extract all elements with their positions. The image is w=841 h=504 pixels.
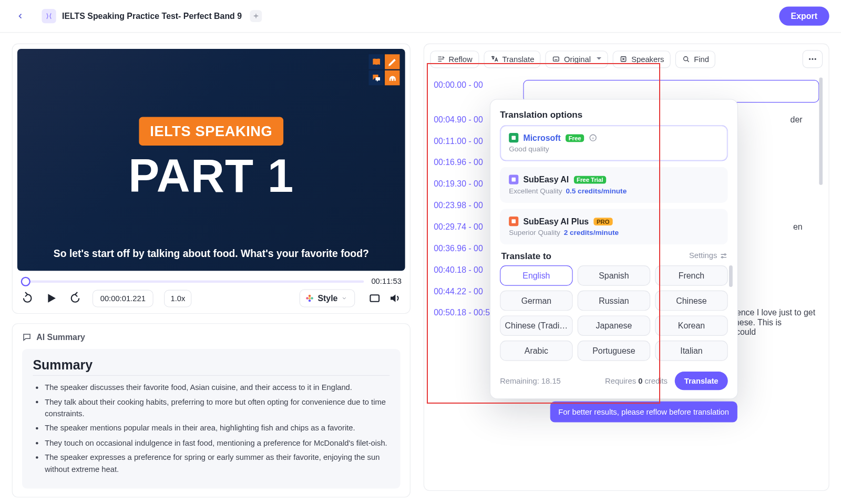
find-button[interactable]: Find	[675, 50, 715, 68]
svg-point-10	[809, 58, 811, 60]
language-chip[interactable]: French	[655, 265, 727, 286]
svg-point-11	[812, 58, 813, 60]
provider-option[interactable]: SubEasy AI PlusPROSuperior Quality2 cred…	[500, 209, 728, 244]
style-icon	[304, 293, 314, 303]
requires-credits: Requires 0 credits	[605, 376, 668, 385]
reflow-tip: For better results, please reflow before…	[550, 402, 737, 423]
video-duration: 00:11:53	[371, 277, 401, 286]
video-card: IELTS SPEAKING PART 1 So let's start off…	[12, 44, 411, 314]
original-select[interactable]: Original	[546, 50, 608, 68]
dots-icon	[808, 54, 817, 64]
video-preview[interactable]: IELTS SPEAKING PART 1 So let's start off…	[17, 49, 405, 271]
svg-point-9	[684, 57, 688, 61]
volume-button[interactable]	[388, 292, 402, 305]
file-icon	[42, 9, 56, 23]
speakers-button[interactable]: Speakers	[613, 50, 671, 68]
provider-icon	[509, 217, 518, 226]
transcript-list[interactable]: 00:00.00 - 0000:04.90 - 00der00:11.00 - …	[430, 74, 823, 487]
language-chip[interactable]: Portuguese	[578, 341, 650, 361]
summary-list: The speaker discusses their favorite foo…	[33, 382, 389, 475]
forward-button[interactable]	[69, 292, 82, 305]
language-chip[interactable]: Chinese (Tradi…	[500, 315, 572, 336]
svg-rect-6	[370, 295, 379, 301]
summary-item: They touch on occasional indulgence in f…	[45, 437, 389, 449]
translate-to-label: Translate to	[501, 251, 551, 261]
timestamp[interactable]: 00:00.00 - 00	[434, 80, 517, 89]
speakers-icon	[619, 55, 628, 63]
svg-point-1	[308, 297, 311, 300]
reflow-button[interactable]: Reflow	[430, 50, 479, 68]
svg-point-12	[815, 58, 816, 60]
chat-icon	[371, 73, 381, 83]
language-chip[interactable]: Spanish	[578, 265, 650, 286]
provider-option[interactable]: MicrosoftFreeGood quality	[500, 125, 728, 161]
pen-icon	[387, 56, 397, 67]
language-chip[interactable]: English	[500, 265, 572, 286]
summary-title: Summary	[33, 357, 389, 376]
translate-button[interactable]: Translate	[484, 50, 541, 68]
svg-point-3	[311, 297, 313, 300]
seek-slider[interactable]	[21, 280, 364, 283]
provider-option[interactable]: SubEasy AIFree TrialExcellent Quality0.5…	[500, 167, 728, 203]
rewind-button[interactable]	[21, 292, 34, 305]
more-button[interactable]	[803, 50, 823, 68]
language-chip[interactable]: Italian	[655, 341, 727, 361]
chat-icon	[22, 332, 32, 342]
language-chip[interactable]: Chinese	[655, 291, 727, 311]
translate-submit-button[interactable]: Translate	[675, 372, 728, 390]
summary-item: They talk about their cooking habits, pr…	[45, 396, 389, 420]
brand-logos	[368, 54, 400, 86]
video-caption: So let's start off by talking about food…	[17, 248, 405, 260]
ai-summary-heading: AI Summary	[36, 332, 85, 342]
translate-options-panel: Translation options MicrosoftFreeGood qu…	[490, 99, 738, 399]
svg-rect-7	[553, 57, 559, 61]
search-icon	[682, 55, 691, 63]
svg-rect-14	[511, 136, 516, 140]
video-part: PART 1	[128, 149, 294, 203]
translate-options-title: Translation options	[500, 109, 728, 119]
translate-icon	[490, 55, 499, 63]
transcript-panel: Reflow Translate Original Speakers Find …	[424, 44, 829, 491]
lang-scroll-thumb[interactable]	[729, 265, 733, 287]
svg-point-5	[306, 297, 309, 300]
summary-item: The speaker discusses their favorite foo…	[45, 382, 389, 394]
export-button[interactable]: Export	[779, 6, 829, 25]
timecode-input[interactable]: 00:00:01.221	[93, 290, 153, 307]
fullscreen-button[interactable]	[368, 292, 381, 305]
info-icon[interactable]	[589, 133, 597, 142]
svg-rect-17	[511, 219, 516, 223]
language-chip[interactable]: Korean	[655, 315, 727, 336]
topbar: IELTS Speaking Practice Test- Perfect Ba…	[0, 0, 841, 33]
summary-item: The speaker expresses a preference for s…	[45, 451, 389, 476]
book-icon	[371, 56, 381, 67]
svg-rect-16	[511, 178, 516, 182]
play-button[interactable]	[45, 292, 58, 305]
translate-settings-link[interactable]: Settings	[689, 251, 728, 260]
scrollbar-thumb[interactable]	[819, 78, 823, 185]
video-badge: IELTS SPEAKING	[139, 117, 283, 145]
ai-summary-card: AI Summary Summary The speaker discusses…	[12, 323, 411, 497]
language-grid: EnglishSpanishFrenchGermanRussianChinese…	[500, 265, 728, 361]
svg-point-18	[724, 253, 726, 255]
sliders-icon	[720, 251, 728, 260]
svg-marker-0	[48, 294, 56, 303]
language-chip[interactable]: Arabic	[500, 341, 572, 361]
original-icon	[552, 55, 560, 63]
back-button[interactable]	[12, 8, 29, 25]
speed-select[interactable]: 1.0x	[164, 290, 192, 307]
language-chip[interactable]: Japanese	[578, 315, 650, 336]
file-title[interactable]: IELTS Speaking Practice Test- Perfect Ba…	[62, 12, 242, 21]
transcript-toolbar: Reflow Translate Original Speakers Find	[430, 50, 823, 68]
language-chip[interactable]: German	[500, 291, 572, 311]
style-button[interactable]: Style	[299, 289, 355, 307]
svg-point-4	[308, 300, 311, 302]
summary-item: The speaker mentions popular meals in th…	[45, 423, 389, 435]
add-tab-button[interactable]: ＋	[250, 10, 262, 22]
remaining-credits: Remaining: 18.15	[500, 376, 561, 385]
language-chip[interactable]: Russian	[578, 291, 650, 311]
reflow-icon	[437, 55, 445, 63]
provider-icon	[509, 175, 518, 184]
seek-thumb[interactable]	[21, 276, 30, 286]
svg-point-19	[722, 256, 723, 258]
provider-icon	[509, 133, 518, 142]
